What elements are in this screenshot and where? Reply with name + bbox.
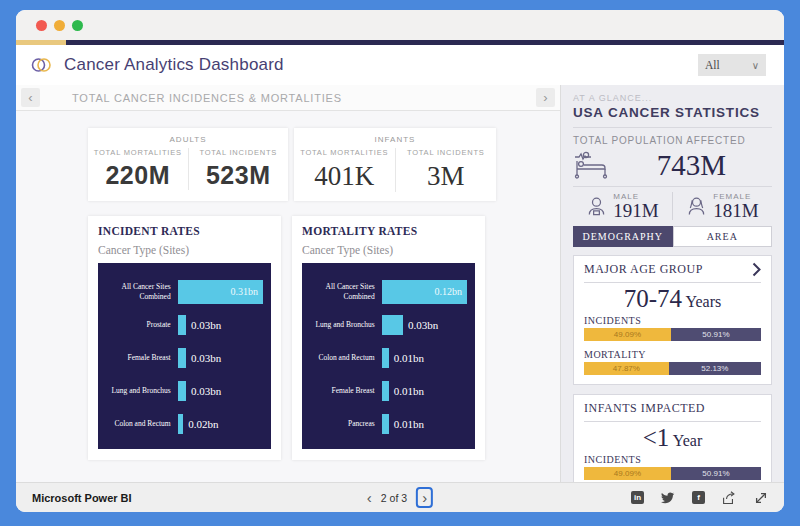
bar[interactable] bbox=[178, 414, 184, 434]
female-stat[interactable]: FEMALE 181M bbox=[672, 192, 772, 220]
incidents-stacked-bar[interactable]: 49.09% 50.91% bbox=[584, 467, 761, 480]
kpi-card-row: ADULTS TOTAL MORTALITIES 220M TOTAL INCI… bbox=[88, 128, 496, 201]
male-stat[interactable]: MALE 191M bbox=[573, 192, 672, 220]
tab-demography[interactable]: DEMOGRAPHY bbox=[573, 226, 673, 247]
page-title: Cancer Analytics Dashboard bbox=[64, 55, 284, 75]
chart-bar-row[interactable]: Female Breast0.01bn bbox=[306, 374, 467, 407]
bar-segment-female[interactable]: 49.09% bbox=[584, 467, 671, 480]
bar-category-label: Female Breast bbox=[306, 386, 382, 395]
bar[interactable] bbox=[382, 381, 389, 401]
sidebar-tabs: DEMOGRAPHY AREA bbox=[573, 226, 772, 247]
chevron-right-icon: › bbox=[422, 490, 427, 505]
bar[interactable] bbox=[382, 414, 389, 434]
chart-bar-row[interactable]: Female Breast0.03bn bbox=[102, 341, 263, 374]
bar-category-label: Female Breast bbox=[102, 353, 178, 362]
bar-category-label: Colon and Rectum bbox=[102, 419, 178, 428]
kpi-metric[interactable]: TOTAL MORTALITIES 220M bbox=[88, 148, 188, 190]
facebook-icon[interactable]: f bbox=[692, 491, 705, 504]
bar[interactable] bbox=[178, 348, 186, 368]
window-titlebar bbox=[16, 10, 784, 40]
fullscreen-icon[interactable] bbox=[754, 491, 768, 505]
chart-bar-row[interactable]: All Cancer Sites Combined0.12bn bbox=[306, 275, 467, 308]
chevron-right-icon[interactable] bbox=[752, 262, 761, 277]
chart-bar-row[interactable]: Lung and Bronchus0.03bn bbox=[306, 308, 467, 341]
next-section-button[interactable]: › bbox=[536, 88, 555, 107]
bar[interactable] bbox=[382, 315, 403, 335]
kpi-metric[interactable]: TOTAL INCIDENTS 523M bbox=[188, 148, 289, 190]
bar-segment-male[interactable]: 50.91% bbox=[671, 328, 761, 341]
bar-category-label: Pancreas bbox=[306, 419, 382, 428]
major-age-group-card: MAJOR AGE GROUP 70-74 Years INCIDENTS 49… bbox=[573, 255, 772, 385]
chart-bar-row[interactable]: Pancreas0.01bn bbox=[306, 407, 467, 440]
share-icon[interactable] bbox=[722, 491, 737, 505]
maximize-button[interactable] bbox=[72, 20, 83, 31]
population-value: 743M bbox=[611, 149, 772, 182]
bar-value-label: 0.31bn bbox=[231, 286, 259, 297]
bar[interactable]: 0.31bn bbox=[178, 280, 263, 304]
mortality-stacked-bar[interactable]: 47.87% 52.13% bbox=[584, 362, 761, 375]
accent-divider bbox=[16, 40, 784, 45]
report-filter-dropdown[interactable]: All ∨ bbox=[698, 54, 766, 76]
kpi-metric-value: 401K bbox=[294, 161, 395, 192]
incident-rates-chart: All Cancer Sites Combined0.31bnProstate0… bbox=[98, 263, 271, 449]
bar-segment-female[interactable]: 49.09% bbox=[584, 328, 671, 341]
next-page-button[interactable]: › bbox=[416, 487, 433, 508]
kpi-metric-label: TOTAL INCIDENTS bbox=[396, 148, 497, 157]
bar-segment-male[interactable]: 52.13% bbox=[669, 362, 761, 375]
bar-segment-female[interactable]: 47.87% bbox=[584, 362, 669, 375]
sidebar-eyebrow: AT A GLANCE... bbox=[573, 93, 772, 103]
chart-bar-row[interactable]: Colon and Rectum0.02bn bbox=[102, 407, 263, 440]
population-label: TOTAL POPULATION AFFECTED bbox=[573, 135, 772, 146]
kpi-metric-label: TOTAL MORTALITIES bbox=[294, 148, 395, 157]
chart-bar-row[interactable]: All Cancer Sites Combined0.31bn bbox=[102, 275, 263, 308]
accent-gold-segment bbox=[16, 40, 66, 45]
powerbi-footer: Microsoft Power BI ‹ 2 of 3 › in f bbox=[16, 482, 784, 512]
filter-selected-value: All bbox=[705, 59, 720, 71]
chart-subtitle: Cancer Type (Sites) bbox=[302, 244, 475, 256]
prev-page-button[interactable]: ‹ bbox=[367, 490, 372, 505]
age-group-main: 70-74 bbox=[624, 285, 682, 312]
bar[interactable] bbox=[382, 348, 389, 368]
mortality-bar-block: MORTALITY 47.87% 52.13% bbox=[584, 349, 761, 375]
bar-value-label: 0.03bn bbox=[191, 385, 221, 397]
chart-bar-row[interactable]: Colon and Rectum0.01bn bbox=[306, 341, 467, 374]
card-title: INFANTS IMPACTED bbox=[584, 401, 705, 416]
mortality-rates-chart: All Cancer Sites Combined0.12bnLung and … bbox=[302, 263, 475, 449]
bar-category-label: Lung and Bronchus bbox=[306, 320, 382, 329]
bar-segment-male[interactable]: 50.91% bbox=[671, 467, 761, 480]
gender-stats-row: MALE 191M FEMALE 181M bbox=[573, 192, 772, 220]
bar-category-label: All Cancer Sites Combined bbox=[102, 282, 178, 301]
app-window: Cancer Analytics Dashboard All ∨ ‹ TOTAL… bbox=[16, 10, 784, 512]
close-button[interactable] bbox=[36, 20, 47, 31]
chart-bar-row[interactable]: Lung and Bronchus0.03bn bbox=[102, 374, 263, 407]
linkedin-icon[interactable]: in bbox=[631, 491, 644, 504]
bar[interactable] bbox=[178, 315, 186, 335]
bar-category-label: Colon and Rectum bbox=[306, 353, 382, 362]
page-navigator: ‹ 2 of 3 › bbox=[367, 487, 433, 508]
kpi-metric-value: 523M bbox=[189, 161, 289, 190]
male-value: 191M bbox=[613, 201, 658, 220]
page-indicator: 2 of 3 bbox=[381, 492, 407, 504]
kpi-metric[interactable]: TOTAL MORTALITIES 401K bbox=[294, 148, 395, 192]
incidents-bar-block: INCIDENTS 49.09% 50.91% bbox=[584, 315, 761, 341]
bar[interactable] bbox=[178, 381, 186, 401]
report-header: Cancer Analytics Dashboard All ∨ bbox=[16, 45, 784, 85]
kpi-metric[interactable]: TOTAL INCIDENTS 3M bbox=[395, 148, 497, 192]
bar[interactable]: 0.12bn bbox=[382, 280, 467, 304]
kpi-metric-value: 220M bbox=[88, 161, 188, 190]
kpi-group-label: INFANTS bbox=[294, 135, 496, 144]
bar-value-label: 0.12bn bbox=[435, 286, 463, 297]
infants-age-suffix: Year bbox=[669, 432, 702, 449]
tab-area[interactable]: AREA bbox=[673, 226, 773, 247]
female-icon bbox=[686, 195, 707, 217]
bar-value-label: 0.02bn bbox=[188, 418, 218, 430]
chevron-down-icon: ∨ bbox=[752, 60, 759, 71]
incidents-label: INCIDENTS bbox=[584, 315, 761, 326]
infants-age-main: <1 bbox=[643, 424, 670, 451]
twitter-icon[interactable] bbox=[661, 492, 675, 504]
incidents-stacked-bar[interactable]: 49.09% 50.91% bbox=[584, 328, 761, 341]
age-group-suffix: Years bbox=[682, 293, 721, 310]
chart-bar-row[interactable]: Prostate0.03bn bbox=[102, 308, 263, 341]
minimize-button[interactable] bbox=[54, 20, 65, 31]
prev-section-button[interactable]: ‹ bbox=[21, 88, 40, 107]
